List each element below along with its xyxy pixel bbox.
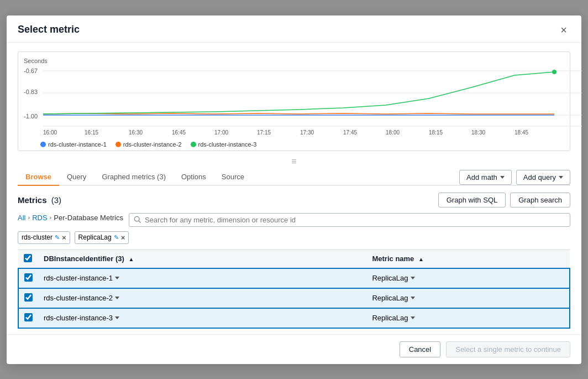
row-3-metric-chevron-icon[interactable]: [411, 316, 415, 319]
row-1-instance-chevron-icon[interactable]: [115, 277, 119, 279]
add-math-chevron-icon: [500, 176, 505, 179]
row-2-instance-chevron-icon[interactable]: [115, 297, 119, 299]
tab-graphed-metrics[interactable]: Graphed metrics (3): [94, 169, 174, 186]
legend-dot-1: [40, 142, 46, 147]
metrics-title: Metrics (3): [18, 195, 61, 205]
legend-item-3: rds-cluster-instance-3: [191, 141, 257, 148]
chart-y-label: Seconds: [24, 58, 561, 64]
chip-rds-cluster-label: rds-cluster: [22, 233, 53, 241]
add-query-chevron-icon: [559, 176, 563, 179]
y-val-3: -1.00: [24, 113, 38, 120]
chip-rds-cluster-close-icon[interactable]: ×: [62, 233, 66, 242]
col-db-sort-icon: ▲: [129, 256, 134, 262]
row-1-metric: ReplicaLag: [366, 268, 570, 288]
chart-svg: -0.67 -0.83 -1.00 16:00 16:15 16:30 16:4…: [24, 65, 561, 137]
chart-legend: rds-cluster-instance-1 rds-cluster-insta…: [24, 141, 561, 148]
svg-text:18:15: 18:15: [429, 129, 443, 136]
metrics-table: DBInstanceIdentifier (3) ▲ Metric name ▲: [18, 250, 570, 329]
breadcrumb-sep-2: ›: [50, 214, 52, 221]
row-2-instance-label: rds-cluster-instance-2: [44, 294, 113, 302]
svg-text:17:15: 17:15: [257, 129, 271, 136]
graph-with-sql-button[interactable]: Graph with SQL: [438, 193, 506, 207]
row-3-instance: rds-cluster-instance-3: [38, 308, 366, 328]
row-2-metric-value: ReplicaLag: [372, 294, 564, 302]
graph-search-button[interactable]: Graph search: [510, 193, 570, 207]
line-instance-3-dot: [552, 70, 556, 74]
legend-dot-3: [191, 142, 196, 147]
y-val-2: -0.83: [24, 89, 38, 95]
col-db-instance-label: DBInstanceIdentifier (3): [44, 255, 124, 263]
add-math-label: Add math: [466, 173, 497, 181]
tabs-right-actions: Add math Add query: [459, 170, 570, 185]
row-3-instance-label: rds-cluster-instance-3: [44, 314, 113, 322]
col-metric-name: Metric name ▲: [366, 250, 570, 268]
chip-replicalag-edit-icon[interactable]: ✎: [114, 234, 119, 241]
svg-text:16:15: 16:15: [85, 129, 98, 136]
select-all-checkbox[interactable]: [24, 254, 32, 262]
breadcrumb-rds[interactable]: RDS: [32, 214, 47, 222]
row-2-instance: rds-cluster-instance-2: [38, 288, 366, 308]
select-single-metric-button: Select a single metric to continue: [446, 341, 570, 357]
row-2-checkbox-cell: [18, 288, 38, 308]
breadcrumb-sep-1: ›: [28, 214, 30, 221]
row-1-metric-value: ReplicaLag: [372, 274, 564, 282]
modal-body: Seconds -0.67 -0.83 -1.00 16:00 16:15 16…: [7, 43, 581, 329]
row-1-instance: rds-cluster-instance-1: [38, 268, 366, 288]
row-1-instance-value: rds-cluster-instance-1: [44, 274, 361, 282]
row-3-instance-chevron-icon[interactable]: [115, 316, 119, 319]
breadcrumb-current: Per-Database Metrics: [54, 214, 123, 222]
svg-text:16:00: 16:00: [43, 129, 57, 136]
add-query-button[interactable]: Add query: [516, 170, 570, 185]
col-metric-name-label: Metric name: [372, 255, 414, 263]
search-input[interactable]: [145, 216, 565, 224]
chip-rds-cluster: rds-cluster ✎ ×: [18, 231, 70, 244]
legend-label-1: rds-cluster-instance-1: [48, 141, 107, 148]
modal-title: Select metric: [18, 24, 80, 35]
row-3-checkbox[interactable]: [24, 313, 33, 321]
breadcrumb: All › RDS › Per-Database Metrics: [18, 214, 123, 222]
tab-source[interactable]: Source: [214, 169, 252, 186]
row-1-metric-label: ReplicaLag: [372, 274, 408, 282]
breadcrumb-search-row: All › RDS › Per-Database Metrics: [18, 213, 570, 227]
legend-label-3: rds-cluster-instance-3: [198, 141, 257, 148]
svg-text:18:45: 18:45: [514, 129, 528, 136]
svg-text:18:00: 18:00: [386, 129, 400, 136]
row-2-instance-value: rds-cluster-instance-2: [44, 294, 361, 302]
search-bar: [129, 213, 570, 227]
metrics-actions: Graph with SQL Graph search: [438, 193, 570, 207]
row-1-checkbox-cell: [18, 268, 38, 288]
resize-handle[interactable]: ≡: [18, 157, 570, 167]
metrics-count: (3): [51, 195, 61, 205]
col-db-instance[interactable]: DBInstanceIdentifier (3) ▲: [38, 250, 366, 268]
tab-options[interactable]: Options: [174, 169, 214, 186]
col-metric-sort-icon: ▲: [418, 256, 424, 262]
y-val-1: -0.67: [24, 68, 38, 74]
cancel-button[interactable]: Cancel: [400, 341, 440, 357]
add-math-button[interactable]: Add math: [459, 170, 512, 185]
tab-browse[interactable]: Browse: [18, 169, 59, 186]
modal-footer: Cancel Select a single metric to continu…: [7, 334, 581, 364]
tab-query[interactable]: Query: [59, 169, 94, 186]
svg-text:18:30: 18:30: [471, 129, 485, 136]
svg-text:17:30: 17:30: [300, 129, 314, 136]
legend-label-2: rds-cluster-instance-2: [123, 141, 182, 148]
close-button[interactable]: ×: [557, 23, 570, 37]
svg-text:16:45: 16:45: [172, 129, 186, 136]
row-2-metric-chevron-icon[interactable]: [411, 297, 415, 299]
chip-replicalag-close-icon[interactable]: ×: [121, 233, 125, 242]
metrics-header: Metrics (3) Graph with SQL Graph search: [18, 193, 570, 207]
row-2-checkbox[interactable]: [24, 293, 33, 302]
breadcrumb-all[interactable]: All: [18, 214, 25, 222]
row-1-metric-chevron-icon[interactable]: [411, 277, 415, 279]
table-row: rds-cluster-instance-2 ReplicaLag: [18, 288, 570, 308]
svg-text:17:45: 17:45: [343, 129, 357, 136]
chart-container: Seconds -0.67 -0.83 -1.00 16:00 16:15 16…: [18, 51, 570, 151]
row-3-checkbox-cell: [18, 308, 38, 328]
row-1-checkbox[interactable]: [24, 273, 33, 282]
line-instance-2: [43, 113, 554, 114]
tabs-bar: Browse Query Graphed metrics (3) Options…: [18, 169, 459, 186]
row-1-instance-label: rds-cluster-instance-1: [44, 274, 113, 282]
chip-rds-cluster-edit-icon[interactable]: ✎: [55, 234, 60, 241]
svg-text:17:00: 17:00: [214, 129, 228, 136]
legend-item-1: rds-cluster-instance-1: [40, 141, 107, 148]
